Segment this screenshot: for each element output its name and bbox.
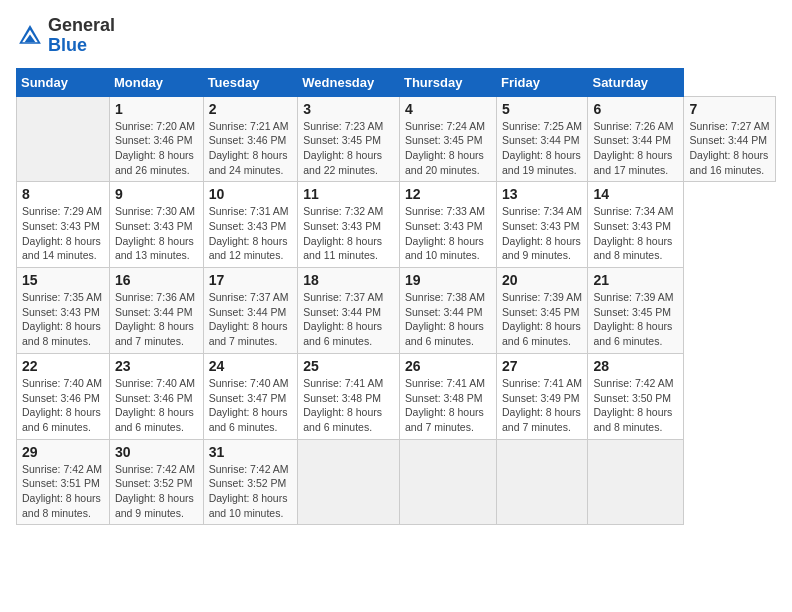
day-info: Sunrise: 7:41 AMSunset: 3:49 PMDaylight:…: [502, 377, 582, 433]
day-cell-5: 5 Sunrise: 7:25 AMSunset: 3:44 PMDayligh…: [496, 96, 587, 182]
day-number: 31: [209, 444, 293, 460]
day-info: Sunrise: 7:21 AMSunset: 3:46 PMDaylight:…: [209, 120, 289, 176]
empty-cell: [298, 439, 400, 525]
day-info: Sunrise: 7:29 AMSunset: 3:43 PMDaylight:…: [22, 205, 102, 261]
day-number: 16: [115, 272, 198, 288]
day-cell-26: 26 Sunrise: 7:41 AMSunset: 3:48 PMDaylig…: [399, 353, 496, 439]
week-row-2: 8 Sunrise: 7:29 AMSunset: 3:43 PMDayligh…: [17, 182, 776, 268]
week-row-3: 15 Sunrise: 7:35 AMSunset: 3:43 PMDaylig…: [17, 268, 776, 354]
day-info: Sunrise: 7:33 AMSunset: 3:43 PMDaylight:…: [405, 205, 485, 261]
day-cell-18: 18 Sunrise: 7:37 AMSunset: 3:44 PMDaylig…: [298, 268, 400, 354]
day-number: 11: [303, 186, 394, 202]
day-number: 15: [22, 272, 104, 288]
day-cell-4: 4 Sunrise: 7:24 AMSunset: 3:45 PMDayligh…: [399, 96, 496, 182]
day-number: 18: [303, 272, 394, 288]
day-info: Sunrise: 7:37 AMSunset: 3:44 PMDaylight:…: [303, 291, 383, 347]
logo: General Blue: [16, 16, 115, 56]
day-info: Sunrise: 7:25 AMSunset: 3:44 PMDaylight:…: [502, 120, 582, 176]
day-cell-29: 29 Sunrise: 7:42 AMSunset: 3:51 PMDaylig…: [17, 439, 110, 525]
day-info: Sunrise: 7:20 AMSunset: 3:46 PMDaylight:…: [115, 120, 195, 176]
day-info: Sunrise: 7:24 AMSunset: 3:45 PMDaylight:…: [405, 120, 485, 176]
week-row-4: 22 Sunrise: 7:40 AMSunset: 3:46 PMDaylig…: [17, 353, 776, 439]
day-info: Sunrise: 7:42 AMSunset: 3:52 PMDaylight:…: [209, 463, 289, 519]
day-number: 25: [303, 358, 394, 374]
day-number: 13: [502, 186, 582, 202]
day-number: 23: [115, 358, 198, 374]
day-cell-14: 14 Sunrise: 7:34 AMSunset: 3:43 PMDaylig…: [588, 182, 684, 268]
day-info: Sunrise: 7:39 AMSunset: 3:45 PMDaylight:…: [502, 291, 582, 347]
day-info: Sunrise: 7:31 AMSunset: 3:43 PMDaylight:…: [209, 205, 289, 261]
day-info: Sunrise: 7:27 AMSunset: 3:44 PMDaylight:…: [689, 120, 769, 176]
logo-general-text: General: [48, 15, 115, 35]
day-info: Sunrise: 7:42 AMSunset: 3:50 PMDaylight:…: [593, 377, 673, 433]
day-cell-28: 28 Sunrise: 7:42 AMSunset: 3:50 PMDaylig…: [588, 353, 684, 439]
day-number: 3: [303, 101, 394, 117]
empty-cell: [588, 439, 684, 525]
day-header-saturday: Saturday: [588, 68, 684, 96]
day-cell-8: 8 Sunrise: 7:29 AMSunset: 3:43 PMDayligh…: [17, 182, 110, 268]
day-cell-25: 25 Sunrise: 7:41 AMSunset: 3:48 PMDaylig…: [298, 353, 400, 439]
day-number: 12: [405, 186, 491, 202]
day-cell-16: 16 Sunrise: 7:36 AMSunset: 3:44 PMDaylig…: [109, 268, 203, 354]
day-header-tuesday: Tuesday: [203, 68, 298, 96]
day-cell-19: 19 Sunrise: 7:38 AMSunset: 3:44 PMDaylig…: [399, 268, 496, 354]
day-number: 2: [209, 101, 293, 117]
day-cell-23: 23 Sunrise: 7:40 AMSunset: 3:46 PMDaylig…: [109, 353, 203, 439]
day-info: Sunrise: 7:40 AMSunset: 3:47 PMDaylight:…: [209, 377, 289, 433]
day-info: Sunrise: 7:30 AMSunset: 3:43 PMDaylight:…: [115, 205, 195, 261]
day-number: 9: [115, 186, 198, 202]
day-header-wednesday: Wednesday: [298, 68, 400, 96]
day-number: 22: [22, 358, 104, 374]
day-number: 24: [209, 358, 293, 374]
day-cell-20: 20 Sunrise: 7:39 AMSunset: 3:45 PMDaylig…: [496, 268, 587, 354]
day-info: Sunrise: 7:41 AMSunset: 3:48 PMDaylight:…: [303, 377, 383, 433]
day-number: 29: [22, 444, 104, 460]
day-info: Sunrise: 7:34 AMSunset: 3:43 PMDaylight:…: [593, 205, 673, 261]
day-info: Sunrise: 7:32 AMSunset: 3:43 PMDaylight:…: [303, 205, 383, 261]
day-cell-11: 11 Sunrise: 7:32 AMSunset: 3:43 PMDaylig…: [298, 182, 400, 268]
day-number: 26: [405, 358, 491, 374]
day-info: Sunrise: 7:35 AMSunset: 3:43 PMDaylight:…: [22, 291, 102, 347]
day-number: 17: [209, 272, 293, 288]
day-number: 8: [22, 186, 104, 202]
day-number: 30: [115, 444, 198, 460]
day-info: Sunrise: 7:37 AMSunset: 3:44 PMDaylight:…: [209, 291, 289, 347]
day-info: Sunrise: 7:23 AMSunset: 3:45 PMDaylight:…: [303, 120, 383, 176]
day-number: 28: [593, 358, 678, 374]
day-cell-12: 12 Sunrise: 7:33 AMSunset: 3:43 PMDaylig…: [399, 182, 496, 268]
day-cell-10: 10 Sunrise: 7:31 AMSunset: 3:43 PMDaylig…: [203, 182, 298, 268]
day-number: 7: [689, 101, 770, 117]
empty-cell: [496, 439, 587, 525]
logo-blue-text: Blue: [48, 35, 87, 55]
day-number: 10: [209, 186, 293, 202]
day-cell-17: 17 Sunrise: 7:37 AMSunset: 3:44 PMDaylig…: [203, 268, 298, 354]
day-cell-13: 13 Sunrise: 7:34 AMSunset: 3:43 PMDaylig…: [496, 182, 587, 268]
day-number: 6: [593, 101, 678, 117]
logo-icon: [16, 22, 44, 50]
day-info: Sunrise: 7:42 AMSunset: 3:52 PMDaylight:…: [115, 463, 195, 519]
day-info: Sunrise: 7:40 AMSunset: 3:46 PMDaylight:…: [115, 377, 195, 433]
day-number: 27: [502, 358, 582, 374]
day-cell-15: 15 Sunrise: 7:35 AMSunset: 3:43 PMDaylig…: [17, 268, 110, 354]
day-number: 5: [502, 101, 582, 117]
day-header-monday: Monday: [109, 68, 203, 96]
day-cell-1: 1 Sunrise: 7:20 AMSunset: 3:46 PMDayligh…: [109, 96, 203, 182]
day-cell-6: 6 Sunrise: 7:26 AMSunset: 3:44 PMDayligh…: [588, 96, 684, 182]
day-cell-7: 7 Sunrise: 7:27 AMSunset: 3:44 PMDayligh…: [684, 96, 776, 182]
day-number: 14: [593, 186, 678, 202]
day-number: 19: [405, 272, 491, 288]
calendar-table: SundayMondayTuesdayWednesdayThursdayFrid…: [16, 68, 776, 526]
day-info: Sunrise: 7:36 AMSunset: 3:44 PMDaylight:…: [115, 291, 195, 347]
day-number: 1: [115, 101, 198, 117]
day-cell-21: 21 Sunrise: 7:39 AMSunset: 3:45 PMDaylig…: [588, 268, 684, 354]
day-header-thursday: Thursday: [399, 68, 496, 96]
day-number: 4: [405, 101, 491, 117]
day-info: Sunrise: 7:39 AMSunset: 3:45 PMDaylight:…: [593, 291, 673, 347]
day-info: Sunrise: 7:41 AMSunset: 3:48 PMDaylight:…: [405, 377, 485, 433]
day-cell-3: 3 Sunrise: 7:23 AMSunset: 3:45 PMDayligh…: [298, 96, 400, 182]
days-header-row: SundayMondayTuesdayWednesdayThursdayFrid…: [17, 68, 776, 96]
empty-cell: [399, 439, 496, 525]
day-cell-2: 2 Sunrise: 7:21 AMSunset: 3:46 PMDayligh…: [203, 96, 298, 182]
week-row-5: 29 Sunrise: 7:42 AMSunset: 3:51 PMDaylig…: [17, 439, 776, 525]
day-cell-27: 27 Sunrise: 7:41 AMSunset: 3:49 PMDaylig…: [496, 353, 587, 439]
